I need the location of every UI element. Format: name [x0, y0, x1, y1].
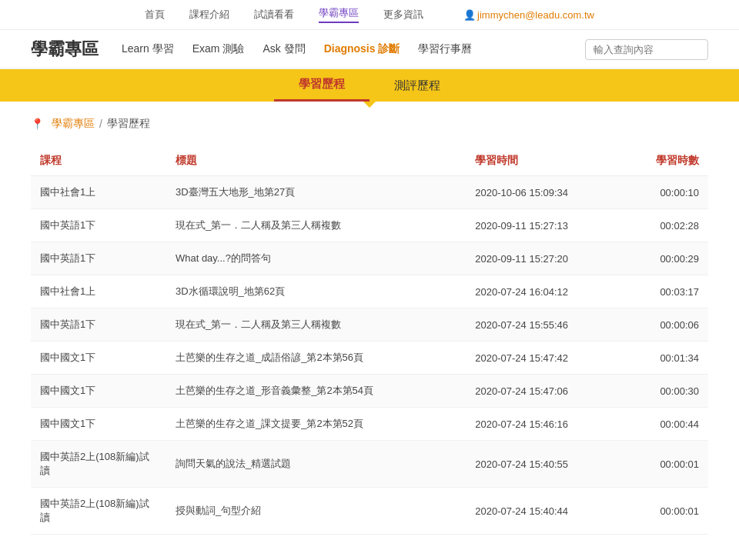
top-navigation: 首頁 課程介紹 試讀看看 學霸專區 更多資訊 👤jimmychen@leadu.…: [0, 0, 739, 30]
table-row: 國中英語1下 What day...?的問答句 2020-09-11 15:27…: [31, 242, 708, 275]
cell-course: 國中國文1下: [31, 408, 166, 441]
cell-duration: 00:00:30: [617, 375, 708, 408]
breadcrumb-current: 學習歷程: [107, 117, 150, 131]
cell-title: 授與動詞_句型介紹: [166, 488, 466, 535]
top-nav-trial[interactable]: 試讀看看: [254, 8, 294, 22]
main-navigation: 學霸專區 Learn 學習 Exam 測驗 Ask 發問 Diagnosis 診…: [0, 30, 739, 69]
cell-time: 2020-09-11 15:27:13: [466, 209, 617, 242]
nav-diagnosis[interactable]: Diagnosis 診斷: [324, 42, 400, 56]
cell-course: 國中社會1上: [31, 275, 166, 308]
cell-title: 現在式_第一．二人稱及第三人稱複數: [166, 308, 466, 342]
table-row: 國中英語2上(108新編)試讀 詢問天氣的說法_精選試題 2020-07-24 …: [31, 441, 708, 488]
table-row: 國中社會1上 3D臺灣五大地形_地第27頁 2020-10-06 15:09:3…: [31, 176, 708, 209]
breadcrumb: 📍 學霸專區 / 學習歷程: [31, 117, 708, 131]
site-logo: 學霸專區: [31, 38, 99, 61]
table-row: 國中國文1下 土芭樂的生存之道_成語俗諺_第2本第56頁 2020-07-24 …: [31, 342, 708, 375]
cell-time: 2020-07-24 15:55:46: [466, 308, 617, 342]
nav-exam[interactable]: Exam 測驗: [192, 42, 245, 56]
cell-title: 3D臺灣五大地形_地第27頁: [166, 176, 466, 209]
table-row: 國中國文1下 土芭樂的生存之道_課文提要_第2本第52頁 2020-07-24 …: [31, 408, 708, 441]
history-table: 課程 標題 學習時間 學習時數 國中社會1上 3D臺灣五大地形_地第27頁 20…: [31, 146, 708, 535]
sub-navigation: 學習歷程 測評歷程: [0, 69, 739, 102]
cell-time: 2020-07-24 16:04:12: [466, 275, 617, 308]
cell-title: 3D水循環說明_地第62頁: [166, 275, 466, 308]
cell-duration: 00:00:01: [617, 441, 708, 488]
col-header-duration: 學習時數: [617, 146, 708, 176]
user-icon: 👤: [463, 9, 476, 21]
cell-duration: 00:00:29: [617, 242, 708, 275]
top-nav-elite[interactable]: 學霸專區: [319, 6, 359, 23]
table-header: 課程 標題 學習時間 學習時數: [31, 146, 708, 176]
cell-time: 2020-07-24 15:40:55: [466, 441, 617, 488]
cell-time: 2020-07-24 15:40:44: [466, 488, 617, 535]
sub-nav-assessment-history[interactable]: 測評歷程: [370, 71, 465, 101]
cell-course: 國中英語1下: [31, 308, 166, 342]
sub-nav-learning-history[interactable]: 學習歷程: [274, 69, 370, 102]
cell-time: 2020-09-11 15:27:20: [466, 242, 617, 275]
cell-duration: 00:00:01: [617, 488, 708, 535]
location-icon: 📍: [31, 118, 44, 130]
table-body: 國中社會1上 3D臺灣五大地形_地第27頁 2020-10-06 15:09:3…: [31, 176, 708, 535]
cell-time: 2020-10-06 15:09:34: [466, 176, 617, 209]
table-row: 國中社會1上 3D水循環說明_地第62頁 2020-07-24 16:04:12…: [31, 275, 708, 308]
col-header-title: 標題: [166, 146, 466, 176]
cell-duration: 00:00:06: [617, 308, 708, 342]
top-nav-more[interactable]: 更多資訊: [383, 8, 423, 22]
cell-title: 詢問天氣的說法_精選試題: [166, 441, 466, 488]
nav-learn[interactable]: Learn 學習: [122, 42, 174, 56]
search-box: [585, 39, 708, 60]
cell-duration: 00:03:17: [617, 275, 708, 308]
table-row: 國中國文1下 土芭樂的生存之道_形音義彙整_第2本第54頁 2020-07-24…: [31, 375, 708, 408]
cell-course: 國中國文1下: [31, 342, 166, 375]
cell-duration: 00:02:28: [617, 209, 708, 242]
nav-calendar[interactable]: 學習行事曆: [418, 42, 472, 56]
cell-course: 國中英語1下: [31, 209, 166, 242]
cell-duration: 00:00:44: [617, 408, 708, 441]
cell-title: What day...?的問答句: [166, 242, 466, 275]
col-header-course: 課程: [31, 146, 166, 176]
table-row: 國中英語2上(108新編)試讀 授與動詞_句型介紹 2020-07-24 15:…: [31, 488, 708, 535]
table-row: 國中英語1下 現在式_第一．二人稱及第三人稱複數 2020-09-11 15:2…: [31, 209, 708, 242]
cell-course: 國中英語2上(108新編)試讀: [31, 441, 166, 488]
main-nav-links: Learn 學習 Exam 測驗 Ask 發問 Diagnosis 診斷 學習行…: [122, 42, 585, 56]
cell-time: 2020-07-24 15:47:42: [466, 342, 617, 375]
cell-title: 土芭樂的生存之道_課文提要_第2本第52頁: [166, 408, 466, 441]
top-nav-home[interactable]: 首頁: [145, 8, 165, 22]
top-nav-user[interactable]: 👤jimmychen@leadu.com.tw: [463, 9, 594, 21]
cell-time: 2020-07-24 15:47:06: [466, 375, 617, 408]
cell-duration: 00:00:10: [617, 176, 708, 209]
cell-course: 國中英語1下: [31, 242, 166, 275]
cell-title: 現在式_第一．二人稱及第三人稱複數: [166, 209, 466, 242]
top-nav-courses[interactable]: 課程介紹: [189, 8, 229, 22]
cell-course: 國中社會1上: [31, 176, 166, 209]
main-content: 📍 學霸專區 / 學習歷程 課程 標題 學習時間 學習時數 國中社會1上 3D臺…: [0, 102, 739, 550]
table-row: 國中英語1下 現在式_第一．二人稱及第三人稱複數 2020-07-24 15:5…: [31, 308, 708, 342]
col-header-time: 學習時間: [466, 146, 617, 176]
cell-course: 國中國文1下: [31, 375, 166, 408]
search-input[interactable]: [585, 39, 708, 60]
cell-time: 2020-07-24 15:46:16: [466, 408, 617, 441]
cell-duration: 00:01:34: [617, 342, 708, 375]
cell-title: 土芭樂的生存之道_形音義彙整_第2本第54頁: [166, 375, 466, 408]
breadcrumb-root[interactable]: 學霸專區: [52, 117, 95, 131]
breadcrumb-separator: /: [99, 118, 102, 130]
cell-course: 國中英語2上(108新編)試讀: [31, 488, 166, 535]
cell-title: 土芭樂的生存之道_成語俗諺_第2本第56頁: [166, 342, 466, 375]
nav-ask[interactable]: Ask 發問: [262, 42, 305, 56]
